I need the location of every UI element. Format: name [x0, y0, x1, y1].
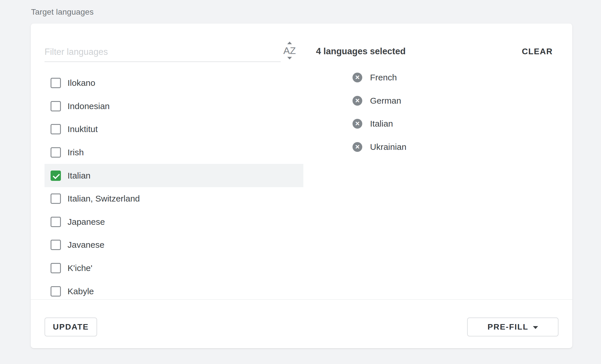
selected-row-french: × French — [316, 66, 558, 89]
x-glyph: × — [355, 120, 359, 127]
language-label: Italian — [68, 171, 90, 181]
sort-arrow-down-icon — [287, 57, 292, 59]
language-list: Ilokano Indonesian Inuktitut Irish Itali… — [45, 71, 303, 299]
x-glyph: × — [355, 97, 359, 104]
clear-button[interactable]: CLEAR — [520, 47, 558, 57]
language-row-italian[interactable]: Italian — [45, 164, 303, 187]
selected-language-label: Italian — [370, 119, 393, 129]
update-button-label: UPDATE — [53, 322, 89, 332]
remove-icon[interactable]: × — [352, 96, 362, 106]
sort-arrow-up-icon — [287, 42, 292, 44]
page: Target languages AZ Ilokano Indonesian I… — [0, 0, 601, 364]
language-label: Ilokano — [68, 78, 95, 88]
prefill-button[interactable]: PRE-FILL — [467, 317, 558, 336]
language-row-ilokano[interactable]: Ilokano — [45, 71, 303, 95]
checkbox-unchecked[interactable] — [51, 263, 61, 273]
checkbox-unchecked[interactable] — [51, 78, 61, 88]
page-title: Target languages — [31, 7, 94, 17]
checkbox-unchecked[interactable] — [51, 193, 61, 204]
remove-icon[interactable]: × — [352, 142, 362, 152]
selected-row-german: × German — [316, 89, 558, 113]
language-label: Inuktitut — [68, 124, 98, 134]
filter-languages-input[interactable] — [45, 42, 281, 62]
language-label: Kabyle — [68, 286, 94, 296]
remove-icon[interactable]: × — [352, 119, 362, 129]
selected-row-ukrainian: × Ukrainian — [316, 135, 558, 159]
sort-az-letters: AZ — [283, 46, 296, 55]
selection-header: 4 languages selected CLEAR — [316, 45, 558, 58]
language-label: K'iche' — [68, 263, 93, 273]
checkbox-checked[interactable] — [51, 171, 61, 181]
language-row-inuktitut[interactable]: Inuktitut — [45, 118, 303, 141]
chevron-down-icon — [533, 326, 538, 329]
language-label: Japanese — [68, 217, 105, 227]
checkbox-unchecked[interactable] — [51, 124, 61, 134]
selected-language-label: German — [370, 96, 401, 106]
sort-alphabetical-icon[interactable]: AZ — [281, 42, 298, 59]
selected-language-label: Ukrainian — [370, 142, 407, 152]
language-row-kabyle[interactable]: Kabyle — [45, 280, 303, 299]
language-row-javanese[interactable]: Javanese — [45, 233, 303, 257]
language-label: Irish — [68, 148, 84, 157]
language-row-irish[interactable]: Irish — [45, 141, 303, 164]
prefill-button-label: PRE-FILL — [488, 322, 528, 332]
selection-count-text: 4 languages selected — [316, 46, 406, 57]
x-glyph: × — [355, 73, 359, 81]
checkbox-unchecked[interactable] — [51, 147, 61, 158]
language-picker-card: AZ Ilokano Indonesian Inuktitut Irish — [31, 24, 572, 348]
language-label: Italian, Switzerland — [68, 194, 140, 204]
checkbox-unchecked[interactable] — [51, 101, 61, 111]
selected-language-label: French — [370, 73, 397, 82]
language-row-japanese[interactable]: Japanese — [45, 210, 303, 234]
footer-divider — [31, 299, 572, 300]
language-row-kiche[interactable]: K'iche' — [45, 257, 303, 280]
remove-icon[interactable]: × — [352, 73, 362, 82]
language-row-italian-switzerland[interactable]: Italian, Switzerland — [45, 187, 303, 210]
x-glyph: × — [355, 143, 359, 150]
language-label: Javanese — [68, 240, 104, 250]
update-button[interactable]: UPDATE — [45, 317, 97, 336]
checkbox-unchecked[interactable] — [51, 240, 61, 250]
checkbox-unchecked[interactable] — [51, 217, 61, 227]
language-row-indonesian[interactable]: Indonesian — [45, 95, 303, 118]
selected-row-italian: × Italian — [316, 112, 558, 135]
language-label: Indonesian — [68, 101, 110, 111]
selected-language-list: × French × German × Italian × Ukrainian — [316, 66, 558, 158]
checkbox-unchecked[interactable] — [51, 286, 61, 297]
